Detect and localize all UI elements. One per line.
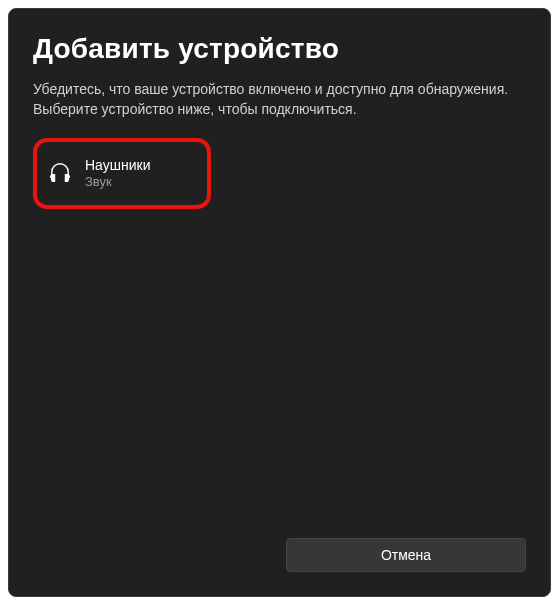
device-list: Наушники Звук xyxy=(33,138,526,526)
device-name: Наушники xyxy=(85,156,150,174)
annotation-highlight: Наушники Звук xyxy=(33,138,211,209)
device-type: Звук xyxy=(85,174,150,191)
dialog-subtitle: Убедитесь, что ваше устройство включено … xyxy=(33,79,526,120)
cancel-button[interactable]: Отмена xyxy=(286,538,526,572)
dialog-title: Добавить устройство xyxy=(33,33,526,65)
device-text: Наушники Звук xyxy=(85,156,150,191)
headphones-icon xyxy=(49,162,71,184)
dialog-footer: Отмена xyxy=(33,538,526,572)
add-device-dialog: Добавить устройство Убедитесь, что ваше … xyxy=(8,8,551,597)
device-item-headphones[interactable]: Наушники Звук xyxy=(43,146,156,201)
